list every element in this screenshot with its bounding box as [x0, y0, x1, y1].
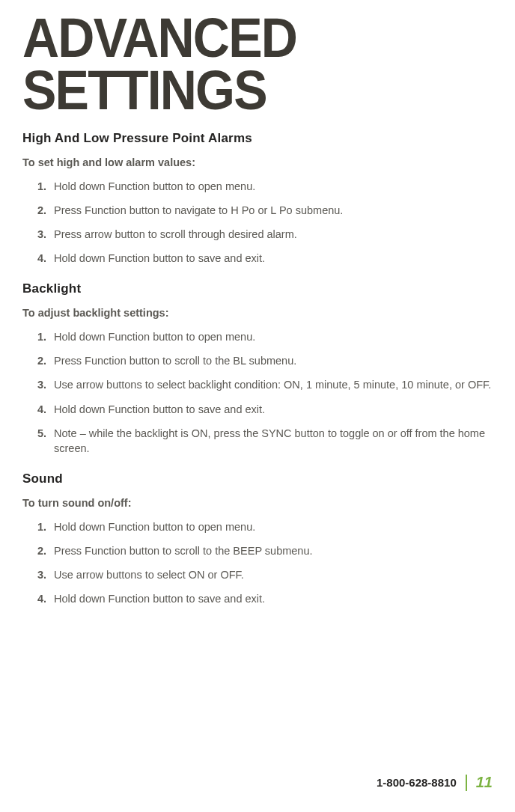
step-item: 2.Press Function button to scroll to the… — [37, 353, 493, 368]
step-text: Hold down Function button to save and ex… — [54, 593, 265, 605]
page-title: ADVANCED SETTINGS — [22, 0, 455, 117]
section-sub-heading: To set high and low alarm values: — [22, 156, 493, 168]
step-text: Hold down Function button to open menu. — [54, 180, 255, 192]
step-number: 2. — [37, 203, 46, 218]
step-item: 4.Hold down Function button to save and … — [37, 251, 493, 266]
footer-page-number: 11 — [476, 774, 493, 791]
step-item: 4.Hold down Function button to save and … — [37, 591, 493, 606]
step-number: 3. — [37, 567, 46, 582]
steps-list: 1.Hold down Function button to open menu… — [22, 179, 493, 266]
section-heading: Backlight — [22, 281, 493, 296]
footer-phone: 1-800-628-8810 — [377, 776, 457, 789]
section-sound: Sound To turn sound on/off: 1.Hold down … — [22, 471, 493, 607]
step-number: 4. — [37, 402, 46, 417]
step-item: 2.Press Function button to navigate to H… — [37, 203, 493, 218]
step-text: Press arrow button to scroll through des… — [54, 228, 297, 240]
step-item: 3.Use arrow buttons to select ON or OFF. — [37, 567, 493, 582]
step-number: 5. — [37, 426, 46, 441]
step-item: 1.Hold down Function button to open menu… — [37, 179, 493, 194]
step-text: Hold down Function button to save and ex… — [54, 252, 265, 264]
step-text: Press Function button to scroll to the B… — [54, 545, 313, 557]
step-item: 1.Hold down Function button to open menu… — [37, 329, 493, 344]
step-text: Press Function button to scroll to the B… — [54, 355, 296, 367]
step-item: 5.Note – while the backlight is ON, pres… — [37, 426, 493, 457]
step-item: 2.Press Function button to scroll to the… — [37, 543, 493, 558]
step-text: Use arrow buttons to select ON or OFF. — [54, 569, 244, 581]
steps-list: 1.Hold down Function button to open menu… — [22, 329, 493, 457]
page-footer: 1-800-628-8810 11 — [377, 774, 493, 791]
step-item: 3.Use arrow buttons to select backlight … — [37, 377, 493, 392]
steps-list: 1.Hold down Function button to open menu… — [22, 519, 493, 607]
step-number: 4. — [37, 591, 46, 606]
section-sub-heading: To turn sound on/off: — [22, 497, 493, 509]
step-item: 3.Press arrow button to scroll through d… — [37, 227, 493, 242]
step-number: 3. — [37, 377, 46, 392]
section-sub-heading: To adjust backlight settings: — [22, 307, 493, 319]
section-heading: High And Low Pressure Point Alarms — [22, 131, 493, 146]
section-heading: Sound — [22, 471, 493, 486]
section-alarms: High And Low Pressure Point Alarms To se… — [22, 131, 493, 266]
step-number: 3. — [37, 227, 46, 242]
step-number: 1. — [37, 329, 46, 344]
title-line-2: SETTINGS — [22, 59, 266, 121]
step-text: Note – while the backlight is ON, press … — [54, 427, 485, 454]
step-item: 1.Hold down Function button to open menu… — [37, 519, 493, 534]
step-number: 2. — [37, 353, 46, 368]
section-backlight: Backlight To adjust backlight settings: … — [22, 281, 493, 457]
step-number: 1. — [37, 519, 46, 534]
step-number: 2. — [37, 543, 46, 558]
step-text: Press Function button to navigate to H P… — [54, 204, 343, 216]
step-text: Use arrow buttons to select backlight co… — [54, 379, 491, 391]
step-number: 1. — [37, 179, 46, 194]
step-item: 4.Hold down Function button to save and … — [37, 402, 493, 417]
footer-divider — [466, 775, 467, 791]
step-text: Hold down Function button to open menu. — [54, 521, 255, 533]
step-text: Hold down Function button to save and ex… — [54, 403, 265, 415]
step-text: Hold down Function button to open menu. — [54, 331, 255, 343]
step-number: 4. — [37, 251, 46, 266]
